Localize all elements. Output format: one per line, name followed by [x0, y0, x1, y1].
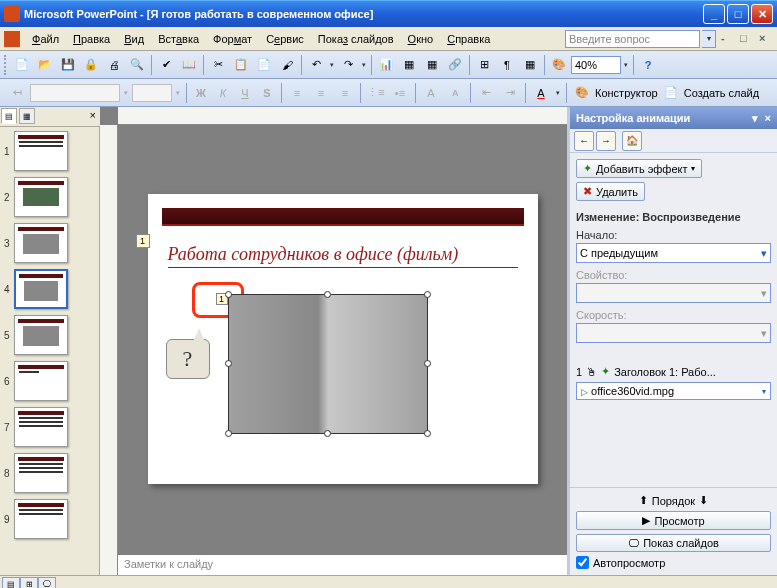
underline-button[interactable]: Ч: [235, 83, 255, 103]
menu-slideshow[interactable]: Показ слайдов: [312, 31, 400, 47]
thumb-2[interactable]: [14, 177, 68, 217]
preview-button[interactable]: 🔍: [126, 54, 148, 76]
menu-tools[interactable]: Сервис: [260, 31, 310, 47]
sorter-view-button[interactable]: ⊞: [20, 577, 38, 588]
maximize-button[interactable]: □: [727, 4, 749, 24]
outline-tab[interactable]: ▤: [1, 108, 17, 124]
thumb-9[interactable]: [14, 499, 68, 539]
slide-title[interactable]: Работа сотрудников в офисе (фильм): [168, 244, 518, 268]
bullets-button[interactable]: •≡: [389, 82, 411, 104]
menu-file[interactable]: Файл: [26, 31, 65, 47]
slides-tab[interactable]: ▦: [19, 108, 35, 124]
doc-minimize[interactable]: -: [721, 32, 735, 46]
align-left-button[interactable]: ≡: [286, 82, 308, 104]
tables-borders-button[interactable]: ▦: [421, 54, 443, 76]
autopreview-checkbox[interactable]: [576, 556, 589, 569]
doc-restore[interactable]: □: [740, 32, 754, 46]
menu-window[interactable]: Окно: [402, 31, 440, 47]
numbering-button[interactable]: ⋮≡: [365, 82, 387, 104]
thumb-6[interactable]: [14, 361, 68, 401]
ask-question-box[interactable]: Введите вопрос: [565, 30, 700, 48]
thumb-5[interactable]: [14, 315, 68, 355]
close-button[interactable]: ✕: [751, 4, 773, 24]
menu-help[interactable]: Справка: [441, 31, 496, 47]
new-button[interactable]: 📄: [11, 54, 33, 76]
font-combo[interactable]: [30, 84, 120, 102]
decrease-font-button[interactable]: ᴀ: [444, 82, 466, 104]
menu-edit[interactable]: Правка: [67, 31, 116, 47]
slide-canvas[interactable]: 1 Работа сотрудников в офисе (фильм) 1 ?: [148, 194, 538, 484]
thumb-3[interactable]: [14, 223, 68, 263]
cut-button[interactable]: ✂: [207, 54, 229, 76]
redo-button[interactable]: ↷: [337, 54, 359, 76]
slideshow-button[interactable]: 🖵 Показ слайдов: [576, 534, 771, 552]
menu-format[interactable]: Формат: [207, 31, 258, 47]
bold-button[interactable]: Ж: [191, 83, 211, 103]
hyperlink-button[interactable]: 🔗: [444, 54, 466, 76]
table-button[interactable]: ▦: [398, 54, 420, 76]
color-button[interactable]: 🎨: [548, 54, 570, 76]
thumb-8[interactable]: [14, 453, 68, 493]
new-slide-button[interactable]: 📄: [660, 82, 682, 104]
open-button[interactable]: 📂: [34, 54, 56, 76]
add-effect-button[interactable]: ✦ Добавить эффект ▾: [576, 159, 702, 178]
align-btn1[interactable]: ↤: [6, 82, 28, 104]
expand-button[interactable]: ⊞: [473, 54, 495, 76]
thumb-1[interactable]: [14, 131, 68, 171]
grid-button[interactable]: ▦: [519, 54, 541, 76]
fontsize-combo[interactable]: [132, 84, 172, 102]
taskpane-close[interactable]: ×: [765, 112, 771, 124]
nav-back[interactable]: ←: [574, 131, 594, 151]
doc-close[interactable]: ×: [759, 32, 773, 46]
pane-close[interactable]: ×: [86, 107, 100, 126]
zoom-combo[interactable]: 40%: [571, 56, 621, 74]
permission-button[interactable]: 🔒: [80, 54, 102, 76]
copy-button[interactable]: 📋: [230, 54, 252, 76]
horizontal-ruler[interactable]: [118, 107, 567, 125]
media-object[interactable]: [228, 294, 428, 434]
chart-button[interactable]: 📊: [375, 54, 397, 76]
show-formatting-button[interactable]: ¶: [496, 54, 518, 76]
thumb-4[interactable]: [14, 269, 68, 309]
preview-button[interactable]: ▶ Просмотр: [576, 511, 771, 530]
start-select[interactable]: С предыдущим▾: [576, 243, 771, 263]
reorder-down[interactable]: ⬇: [699, 494, 708, 507]
design-button[interactable]: 🎨: [571, 82, 593, 104]
effect-item-1[interactable]: 1 🖱 ✦ Заголовок 1: Рабо...: [576, 363, 771, 380]
print-button[interactable]: 🖨: [103, 54, 125, 76]
format-painter-button[interactable]: 🖌: [276, 54, 298, 76]
effect-item-2[interactable]: ▷ office360vid.mpg ▾: [576, 382, 771, 400]
paste-button[interactable]: 📄: [253, 54, 275, 76]
font-color-button[interactable]: A: [530, 82, 552, 104]
spelling-button[interactable]: ✔: [155, 54, 177, 76]
normal-view-button[interactable]: ▤: [2, 577, 20, 588]
vertical-ruler[interactable]: [100, 125, 118, 575]
align-right-button[interactable]: ≡: [334, 82, 356, 104]
save-button[interactable]: 💾: [57, 54, 79, 76]
callout-annotation: ?: [166, 339, 210, 379]
remove-effect-button[interactable]: ✖ Удалить: [576, 182, 645, 201]
nav-home[interactable]: 🏠: [622, 131, 642, 151]
increase-indent-button[interactable]: ⇥: [499, 82, 521, 104]
menu-view[interactable]: Вид: [118, 31, 150, 47]
ask-dropdown[interactable]: ▾: [702, 30, 716, 48]
undo-button[interactable]: ↶: [305, 54, 327, 76]
help-button[interactable]: ?: [637, 54, 659, 76]
reorder-up[interactable]: ⬆: [639, 494, 648, 507]
thumb-7[interactable]: [14, 407, 68, 447]
menu-insert[interactable]: Вставка: [152, 31, 205, 47]
slideshow-view-button[interactable]: 🖵: [38, 577, 56, 588]
decrease-indent-button[interactable]: ⇤: [475, 82, 497, 104]
italic-button[interactable]: К: [213, 83, 233, 103]
increase-font-button[interactable]: A: [420, 82, 442, 104]
designer-label[interactable]: Конструктор: [595, 87, 658, 99]
animation-tag-1[interactable]: 1: [136, 234, 150, 248]
shadow-button[interactable]: S: [257, 83, 277, 103]
align-center-button[interactable]: ≡: [310, 82, 332, 104]
minimize-button[interactable]: _: [703, 4, 725, 24]
research-button[interactable]: 📖: [178, 54, 200, 76]
new-slide-label[interactable]: Создать слайд: [684, 87, 759, 99]
notes-pane[interactable]: Заметки к слайду: [118, 553, 567, 575]
nav-forward[interactable]: →: [596, 131, 616, 151]
taskpane-dropdown[interactable]: ▾: [752, 112, 758, 125]
